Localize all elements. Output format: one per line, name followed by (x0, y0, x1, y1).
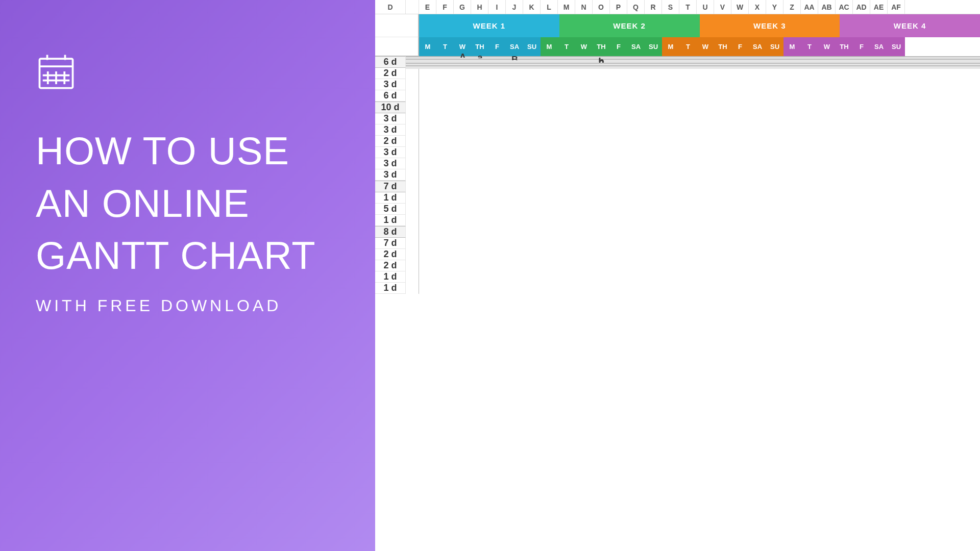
column-letter: AF (888, 0, 905, 14)
day-header: T (801, 37, 818, 56)
duration-column: 6 d2 d3 d6 d10 d3 d3 d2 d3 d3 d3 d7 d1 d… (375, 14, 406, 294)
day-header: M (783, 37, 801, 56)
column-letter: O (593, 0, 610, 14)
day-header: SU (523, 37, 541, 56)
column-letter: AB (818, 0, 836, 14)
day-header: W (575, 37, 593, 56)
day-header: T (558, 37, 575, 56)
task-duration: 5 d (375, 204, 406, 215)
column-letter: W (731, 0, 749, 14)
column-letter: AA (801, 0, 818, 14)
spreadsheet-gantt: DEFGHIJKLMNOPQRSTUVWXYZAAABACADAEAF 6 d2… (375, 0, 980, 551)
column-letter: H (471, 0, 488, 14)
week-header: WEEK 4 (840, 14, 980, 37)
day-header: F (853, 37, 870, 56)
column-letter: AE (870, 0, 888, 14)
task-duration: 1 d (375, 215, 406, 226)
column-letter: N (575, 0, 593, 14)
day-header: T (679, 37, 697, 56)
task-duration: 1 d (375, 271, 406, 283)
column-letter: T (679, 0, 697, 14)
column-letter: Q (627, 0, 645, 14)
hero-subtitle: WITH FREE DOWNLOAD (36, 296, 339, 315)
column-letter: P (610, 0, 627, 14)
day-header: M (541, 37, 558, 56)
task-duration: 3 d (375, 158, 406, 169)
day-header: SA (506, 37, 523, 56)
week-header: WEEK 2 (559, 14, 700, 37)
week-header-row: WEEK 1WEEK 2WEEK 3WEEK 4 (419, 14, 980, 37)
task-duration: 3 d (375, 124, 406, 136)
phase-duration: 6 d (375, 56, 406, 68)
spacer-cell (406, 68, 419, 69)
day-header: TH (836, 37, 853, 56)
column-letter: U (697, 0, 714, 14)
phase-duration: 8 d (375, 226, 406, 238)
day-header: SA (627, 37, 645, 56)
task-duration: 3 d (375, 113, 406, 124)
day-header: SU (888, 37, 905, 56)
column-letter: Y (766, 0, 783, 14)
column-letter: AC (836, 0, 853, 14)
column-letter: E (419, 0, 436, 14)
column-letter (406, 0, 419, 14)
day-header: TH (593, 37, 610, 56)
day-header: F (731, 37, 749, 56)
phase-duration: 10 d (375, 102, 406, 113)
calendar-icon (36, 51, 339, 92)
column-letter: X (749, 0, 766, 14)
week-header: WEEK 3 (700, 14, 840, 37)
day-header-row: MTWTHFSASUMTWTHFSASUMTWTHFSASUMTWTHFSASU (419, 37, 980, 56)
task-duration: 1 d (375, 192, 406, 204)
day-header: SA (749, 37, 766, 56)
day-header: M (419, 37, 436, 56)
spacer-column (406, 14, 419, 294)
column-letter: R (645, 0, 662, 14)
column-letter: J (506, 0, 523, 14)
gantt-area: WEEK 1WEEK 2WEEK 3WEEK 4 MTWTHFSASUMTWTH… (419, 14, 980, 294)
task-duration: 6 d (375, 90, 406, 102)
task-duration: 2 d (375, 68, 406, 79)
column-letter: K (523, 0, 541, 14)
day-header: SU (645, 37, 662, 56)
column-letter: G (454, 0, 471, 14)
task-duration: 3 d (375, 147, 406, 158)
task-duration: 3 d (375, 169, 406, 181)
gantt-task-row (419, 68, 980, 69)
task-duration: 1 d (375, 283, 406, 294)
hero-title: HOW TO USE AN ONLINE GANTT CHART (36, 125, 339, 282)
column-letter: D (375, 0, 406, 14)
column-letter: F (436, 0, 454, 14)
day-header: M (662, 37, 679, 56)
column-letter: I (488, 0, 506, 14)
day-header: T (436, 37, 454, 56)
day-header: W (818, 37, 836, 56)
column-letter: S (662, 0, 679, 14)
task-duration: 7 d (375, 238, 406, 249)
day-header: F (488, 37, 506, 56)
week-header: WEEK 1 (419, 14, 559, 37)
column-letter: L (541, 0, 558, 14)
day-header: SA (870, 37, 888, 56)
task-duration: 3 d (375, 79, 406, 90)
column-letter: V (714, 0, 731, 14)
task-duration: 2 d (375, 249, 406, 260)
task-duration: 2 d (375, 136, 406, 147)
day-header: SU (766, 37, 783, 56)
column-letter: AD (853, 0, 870, 14)
day-header: F (610, 37, 627, 56)
day-header: W (697, 37, 714, 56)
task-duration: 2 d (375, 260, 406, 271)
column-letter: Z (783, 0, 801, 14)
day-header: TH (714, 37, 731, 56)
column-letter: M (558, 0, 575, 14)
column-letter-row: DEFGHIJKLMNOPQRSTUVWXYZAAABACADAEAF (375, 0, 980, 14)
hero-panel: HOW TO USE AN ONLINE GANTT CHART WITH FR… (0, 0, 375, 551)
phase-duration: 7 d (375, 181, 406, 192)
